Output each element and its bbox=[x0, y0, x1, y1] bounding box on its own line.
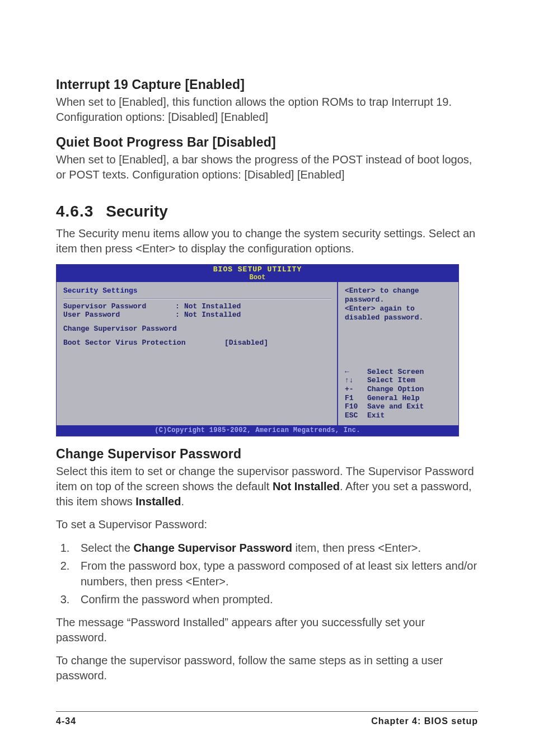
nav-desc: Exit bbox=[367, 411, 453, 420]
bios-body: Security Settings Supervisor Password : … bbox=[57, 282, 458, 426]
bios-divider bbox=[63, 298, 331, 299]
bios-supervisor-value: Not Installed bbox=[184, 302, 331, 311]
text: item, then press <Enter>. bbox=[292, 542, 421, 554]
body-security-intro: The Security menu items allow you to cha… bbox=[56, 226, 478, 256]
bios-titlebar: BIOS SETUP UTILITY Boot bbox=[57, 265, 458, 282]
bios-sep: : bbox=[175, 311, 184, 319]
arrow-updown-icon: ↑↓ bbox=[345, 376, 367, 385]
nav-row-change-option: +- Change Option bbox=[345, 385, 453, 394]
nav-row-select-screen: ← Select Screen bbox=[345, 368, 453, 377]
body-change-pw-2: To set a Supervisor Password: bbox=[56, 517, 478, 532]
bios-user-value: Not Installed bbox=[184, 311, 331, 319]
steps-list: Select the Change Supervisor Password it… bbox=[56, 540, 478, 607]
nav-desc: Select Item bbox=[367, 376, 453, 385]
key-esc: ESC bbox=[345, 411, 367, 420]
nav-desc: Change Option bbox=[367, 385, 453, 394]
bios-sep: : bbox=[175, 302, 184, 311]
heading-security: 4.6.3Security bbox=[56, 203, 478, 220]
nav-row-save-exit: F10 Save and Exit bbox=[345, 402, 453, 411]
nav-row-exit: ESC Exit bbox=[345, 411, 453, 420]
page-number: 4-34 bbox=[56, 716, 76, 726]
key-f1: F1 bbox=[345, 394, 367, 403]
nav-desc: General Help bbox=[367, 394, 453, 403]
bios-help-text: <Enter> to change password. <Enter> agai… bbox=[345, 287, 453, 323]
plusminus-icon: +- bbox=[345, 385, 367, 394]
heading-change-supervisor-password: Change Supervisor Password bbox=[56, 447, 478, 462]
text-bold-change-supervisor: Change Supervisor Password bbox=[134, 542, 292, 554]
bios-bootsector-row[interactable]: Boot Sector Virus Protection [Disabled] bbox=[63, 339, 331, 347]
text-bold-not-installed: Not Installed bbox=[273, 480, 340, 492]
body-change-pw-4: To change the supervisor password, follo… bbox=[56, 653, 478, 683]
step-1: Select the Change Supervisor Password it… bbox=[73, 540, 478, 556]
bios-row-supervisor: Supervisor Password : Not Installed bbox=[63, 302, 331, 311]
bios-nav-help: ← Select Screen ↑↓ Select Item +- Change… bbox=[345, 368, 453, 420]
bios-title-line2: Boot bbox=[57, 274, 458, 282]
bios-left-pane: Security Settings Supervisor Password : … bbox=[57, 282, 338, 426]
step-3: Confirm the password when prompted. bbox=[73, 591, 478, 607]
bios-copyright: (C)Copyright 1985-2002, American Megatre… bbox=[57, 425, 458, 436]
bios-user-label: User Password bbox=[63, 311, 175, 319]
body-interrupt19: When set to [Enabled], this function all… bbox=[56, 95, 478, 125]
bios-supervisor-label: Supervisor Password bbox=[63, 302, 175, 311]
section-title: Security bbox=[106, 203, 168, 220]
bios-bootsector-label: Boot Sector Virus Protection bbox=[63, 339, 224, 347]
heading-quietboot: Quiet Boot Progress Bar [Disabled] bbox=[56, 135, 478, 150]
nav-desc: Save and Exit bbox=[367, 402, 453, 411]
document-page: Interrupt 19 Capture [Enabled] When set … bbox=[0, 0, 534, 749]
bios-section-title: Security Settings bbox=[63, 287, 331, 295]
bios-title-line1: BIOS SETUP UTILITY bbox=[57, 266, 458, 274]
heading-interrupt19: Interrupt 19 Capture [Enabled] bbox=[56, 77, 478, 92]
text-bold-installed: Installed bbox=[135, 495, 181, 508]
body-quietboot: When set to [Enabled], a bar shows the p… bbox=[56, 152, 478, 182]
bios-bootsector-value: [Disabled] bbox=[224, 339, 268, 347]
bios-row-user: User Password : Not Installed bbox=[63, 311, 331, 319]
bios-change-supervisor-item[interactable]: Change Supervisor Password bbox=[63, 325, 331, 333]
chapter-label: Chapter 4: BIOS setup bbox=[371, 716, 478, 726]
nav-desc: Select Screen bbox=[367, 368, 453, 377]
arrow-left-icon: ← bbox=[345, 368, 367, 377]
page-footer: 4-34 Chapter 4: BIOS setup bbox=[56, 711, 478, 726]
text: Select the bbox=[81, 542, 134, 554]
bios-screenshot: BIOS SETUP UTILITY Boot Security Setting… bbox=[56, 264, 459, 436]
step-2: From the password box, type a password c… bbox=[73, 558, 478, 589]
bios-right-pane: <Enter> to change password. <Enter> agai… bbox=[338, 282, 458, 426]
body-change-pw-3: The message “Password Installed” appears… bbox=[56, 615, 478, 645]
nav-row-general-help: F1 General Help bbox=[345, 394, 453, 403]
section-number: 4.6.3 bbox=[56, 203, 93, 220]
body-change-pw-1: Select this item to set or change the su… bbox=[56, 464, 478, 509]
text: . bbox=[181, 495, 184, 508]
key-f10: F10 bbox=[345, 402, 367, 411]
nav-row-select-item: ↑↓ Select Item bbox=[345, 376, 453, 385]
